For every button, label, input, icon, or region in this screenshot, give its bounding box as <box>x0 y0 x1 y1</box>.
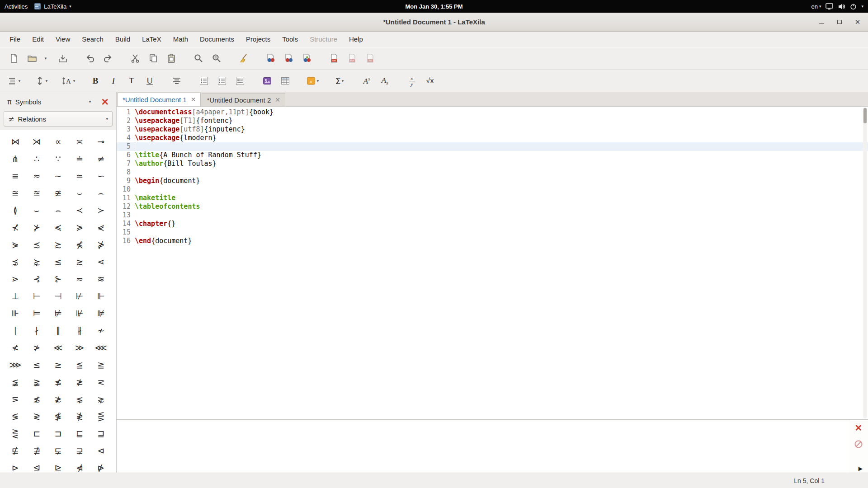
square-root-button[interactable]: √x <box>421 72 439 89</box>
code-line[interactable]: 2\usepackage[T1]{fontenc} <box>117 117 868 125</box>
symbol-cell[interactable]: ⊁ <box>26 219 47 236</box>
close-button[interactable]: ✕ <box>854 18 862 26</box>
symbol-cell[interactable]: ≪ <box>47 339 69 356</box>
side-panel-selector[interactable]: π Symbols ▾ <box>4 94 94 109</box>
open-button[interactable] <box>24 50 41 67</box>
save-button[interactable] <box>54 50 71 67</box>
list-enumerate-button[interactable] <box>213 72 231 89</box>
symbol-cell[interactable]: ⋪ <box>69 459 90 473</box>
symbol-cell[interactable]: ≇ <box>47 184 69 202</box>
symbol-cell[interactable]: ⋙ <box>5 356 26 373</box>
symbol-cell[interactable]: ≐ <box>69 150 90 167</box>
build-pdflatex-button[interactable] <box>280 50 297 67</box>
menu-view[interactable]: View <box>50 32 76 47</box>
tab-close-icon[interactable]: ✕ <box>191 96 196 103</box>
code-line[interactable]: 16\end{document} <box>117 237 868 245</box>
app-menu-button[interactable]: LaTeXila ▾ <box>34 3 71 10</box>
align-center-button[interactable] <box>168 72 185 89</box>
build-panel-close-button[interactable]: ✕ <box>855 423 863 432</box>
list-description-button[interactable] <box>231 72 249 89</box>
symbol-cell[interactable]: ≷ <box>26 408 47 425</box>
symbol-cell[interactable]: ⊑ <box>69 425 90 442</box>
symbol-category-select[interactable]: ≠ Relations ▾ <box>4 111 113 127</box>
display-icon[interactable] <box>826 3 833 10</box>
symbol-cell[interactable]: ⋗ <box>5 270 26 287</box>
view-pdf-button[interactable]: PDF <box>344 50 361 67</box>
symbol-cell[interactable]: ⋣ <box>26 442 47 459</box>
symbol-cell[interactable]: ≦ <box>69 356 90 373</box>
chevron-down-icon[interactable]: ▾ <box>861 4 863 9</box>
symbol-cell[interactable]: ≋ <box>90 270 112 287</box>
symbol-cell[interactable]: ≲ <box>47 253 69 270</box>
symbol-cell[interactable]: ⊀ <box>5 219 26 236</box>
symbol-cell[interactable]: ⊏ <box>26 425 47 442</box>
symbol-cell[interactable]: ≼ <box>47 219 69 236</box>
menu-latex[interactable]: LaTeX <box>136 32 167 47</box>
symbol-cell[interactable]: ⋢ <box>5 442 26 459</box>
code-line[interactable]: 3\usepackage[utf8]{inputenc} <box>117 125 868 134</box>
symbol-cell[interactable]: ∦ <box>69 322 90 339</box>
open-recent-dropdown[interactable]: ▾ <box>42 50 50 67</box>
scrollbar-thumb[interactable] <box>863 108 867 123</box>
symbol-cell[interactable]: ≧ <box>90 356 112 373</box>
code-line[interactable]: 7\author{Bill Toulas} <box>117 160 868 168</box>
symbol-cell[interactable]: ≿ <box>47 236 69 253</box>
symbol-cell[interactable]: ⊩ <box>90 287 112 305</box>
view-ps-button[interactable]: PS <box>362 50 379 67</box>
cut-button[interactable] <box>127 50 144 67</box>
code-line[interactable]: 12\tableofcontents <box>117 202 868 211</box>
symbol-cell[interactable]: ≡ <box>5 167 26 184</box>
insert-table-button[interactable] <box>277 72 294 89</box>
symbol-cell[interactable]: ⊯ <box>90 305 112 322</box>
symbol-cell[interactable]: ⋫ <box>90 459 112 473</box>
activities-button[interactable]: Activities <box>5 3 28 10</box>
symbol-cell[interactable]: ⋨ <box>5 253 26 270</box>
symbol-cell[interactable]: ∝ <box>47 133 69 150</box>
symbol-cell[interactable]: ⌣ <box>26 202 47 219</box>
fraction-button[interactable]: x y <box>403 72 420 89</box>
symbol-cell[interactable]: ≫ <box>69 339 90 356</box>
symbol-cell[interactable]: ≴ <box>26 390 47 408</box>
symbol-cell[interactable]: ≰ <box>47 373 69 390</box>
symbol-cell[interactable]: ⋖ <box>90 253 112 270</box>
symbol-cell[interactable]: ⋞ <box>90 219 112 236</box>
symbol-cell[interactable]: ⊨ <box>26 305 47 322</box>
symbol-cell[interactable]: ⋥ <box>69 442 90 459</box>
symbol-cell[interactable]: ⊰ <box>26 270 47 287</box>
symbol-cell[interactable]: ⊲ <box>90 442 112 459</box>
symbol-cell[interactable]: ≩ <box>26 373 47 390</box>
symbol-cell[interactable]: ≃ <box>69 167 90 184</box>
menu-tools[interactable]: Tools <box>276 32 304 47</box>
symbol-cell[interactable]: ⋧ <box>90 390 112 408</box>
document-tab[interactable]: *Untitled Document 1✕ <box>118 92 201 106</box>
superscript-button[interactable]: As <box>358 72 375 89</box>
menu-build[interactable]: Build <box>109 32 136 47</box>
symbol-cell[interactable]: ⊴ <box>26 459 47 473</box>
source-editor[interactable]: 1\documentclass[a4paper,11pt]{book}2\use… <box>117 107 868 419</box>
symbol-cell[interactable]: ⋜ <box>90 373 112 390</box>
symbol-cell[interactable]: ⊒ <box>90 425 112 442</box>
view-dvi-button[interactable]: DVI <box>326 50 343 67</box>
menu-help[interactable]: Help <box>343 32 369 47</box>
tab-close-icon[interactable]: ✕ <box>275 96 280 103</box>
symbol-cell[interactable]: ≥ <box>47 356 69 373</box>
menu-documents[interactable]: Documents <box>194 32 240 47</box>
sectioning-button[interactable]: ▾ <box>5 72 23 89</box>
symbol-cell[interactable]: ⊣ <box>47 287 69 305</box>
menu-search[interactable]: Search <box>76 32 109 47</box>
menu-edit[interactable]: Edit <box>26 32 50 47</box>
symbol-cell[interactable]: ⋩ <box>26 253 47 270</box>
symbol-cell[interactable]: ⋛ <box>5 425 26 442</box>
symbol-cell[interactable]: ≸ <box>47 408 69 425</box>
symbol-cell[interactable]: ≵ <box>47 390 69 408</box>
panel-expander-icon[interactable]: ▶ <box>859 465 863 472</box>
symbol-cell[interactable]: ∵ <box>47 150 69 167</box>
symbol-cell[interactable]: ⌣ <box>69 184 90 202</box>
build-output-area[interactable] <box>117 420 849 473</box>
symbol-cell[interactable]: ∥ <box>47 322 69 339</box>
symbol-cell[interactable]: ⋟ <box>5 236 26 253</box>
symbol-cell[interactable]: ≁ <box>90 322 112 339</box>
subscript-button[interactable]: As <box>376 72 393 89</box>
character-size-button[interactable]: A ▾ <box>60 72 77 89</box>
new-document-button[interactable] <box>5 50 23 67</box>
